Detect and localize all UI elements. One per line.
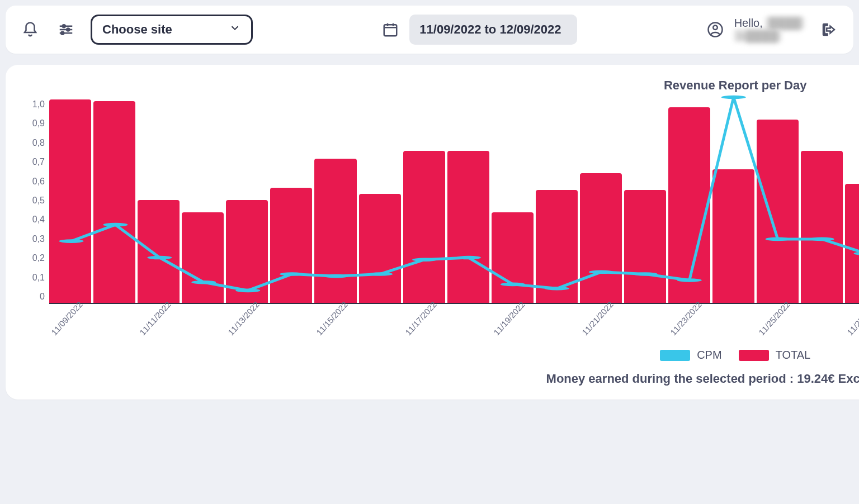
topbar: Choose site 11/09/2022 to 12/09/2022 Hel… — [6, 6, 853, 54]
svg-point-30 — [854, 251, 859, 255]
date-range-group: 11/09/2022 to 12/09/2022 — [379, 15, 577, 45]
svg-point-19 — [368, 272, 393, 276]
chevron-down-icon — [229, 22, 241, 37]
revenue-chart-card: Revenue Report per Day 1,00,90,80,70,60,… — [6, 65, 859, 400]
svg-point-4 — [67, 28, 69, 31]
logout-icon[interactable] — [818, 18, 840, 41]
svg-point-13 — [103, 223, 128, 227]
svg-point-11 — [713, 26, 718, 30]
earned-caption: Money earned during the selected period … — [21, 372, 859, 386]
svg-point-16 — [235, 289, 260, 293]
y-axis-left: 1,00,90,80,70,60,50,40,30,20,10 — [21, 97, 49, 304]
user-circle-icon — [704, 18, 726, 41]
legend-total[interactable]: TOTAL — [739, 349, 811, 362]
svg-point-28 — [766, 237, 790, 241]
greeting-line2-masked: la████ — [734, 30, 781, 42]
svg-point-14 — [147, 256, 172, 260]
svg-point-26 — [677, 278, 702, 282]
svg-point-15 — [191, 280, 216, 284]
svg-point-20 — [412, 258, 437, 261]
date-range-input[interactable]: 11/09/2022 to 12/09/2022 — [409, 15, 577, 45]
svg-point-23 — [545, 287, 569, 291]
svg-point-21 — [456, 256, 481, 260]
svg-point-18 — [324, 274, 348, 278]
svg-point-24 — [589, 270, 613, 274]
greeting-prefix: Hello, — [734, 17, 766, 29]
svg-rect-6 — [384, 25, 397, 36]
sliders-icon[interactable] — [55, 18, 77, 41]
chart-title: Revenue Report per Day — [21, 78, 859, 93]
svg-point-25 — [633, 272, 658, 276]
x-axis: 11/09/202211/10/202211/11/202211/12/2022… — [49, 304, 859, 349]
svg-point-12 — [59, 239, 83, 243]
chart-legend: CPM TOTAL — [21, 349, 859, 362]
greeting-name-masked: ████ — [766, 17, 804, 29]
svg-point-3 — [63, 25, 65, 27]
svg-point-5 — [61, 32, 64, 35]
bell-icon[interactable] — [19, 18, 41, 41]
svg-point-22 — [501, 283, 525, 287]
site-select[interactable]: Choose site — [91, 15, 253, 45]
svg-point-27 — [721, 96, 746, 99]
calendar-icon[interactable] — [379, 18, 402, 41]
user-greeting: Hello, ████ la████ — [704, 17, 804, 42]
svg-point-29 — [810, 237, 834, 241]
site-select-label: Choose site — [102, 22, 172, 37]
chart-plot-area[interactable]: 12/09/2022 CPM: 1,23 TOTAL: 0,42 — [49, 97, 859, 304]
svg-point-17 — [280, 272, 304, 276]
